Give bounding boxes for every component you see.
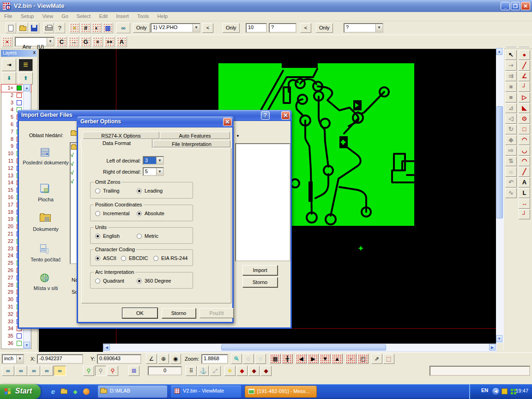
highlight-off-icon[interactable]: ⚲: [95, 366, 106, 376]
pan-right-icon[interactable]: ▶: [308, 354, 319, 364]
eia-radio[interactable]: [153, 256, 158, 261]
tab-data-format[interactable]: Data Format: [81, 139, 152, 148]
layer-combo[interactable]: 1) V2.PHO▼: [151, 23, 200, 33]
select-type-button[interactable]: G: [80, 36, 91, 47]
flash-mode-icon[interactable]: ❖: [224, 366, 236, 376]
deg360-radio[interactable]: [137, 278, 142, 284]
place-recent-documents[interactable]: ▤◔ Poslední dokumenty: [23, 145, 69, 165]
task-message[interactable]: [191-482-091] - Mess...: [245, 386, 317, 398]
dcode-filter-input[interactable]: ?: [269, 23, 296, 33]
new-icon[interactable]: [6, 23, 16, 33]
edit-tool-button[interactable]: ⇅: [505, 156, 517, 166]
menu-item[interactable]: Tools: [133, 12, 153, 20]
menu-item[interactable]: Setup: [17, 12, 38, 20]
layer-color-swatch[interactable]: [17, 333, 22, 339]
probe-icon[interactable]: ⚲: [107, 366, 118, 376]
draw-tool-button[interactable]: ▷: [519, 92, 530, 103]
layers-scroll-down-icon[interactable]: ▼: [24, 342, 30, 349]
edit-tool-button[interactable]: ◁: [505, 114, 517, 124]
anchor-icon[interactable]: ⚓: [198, 366, 209, 376]
edit-tool-button[interactable]: ⇨: [505, 145, 517, 156]
place-my-computer[interactable]: ⌸▯ Tento počítač: [23, 242, 69, 262]
net-combo[interactable]: ?▼: [344, 23, 383, 33]
menu-item[interactable]: File: [0, 12, 17, 20]
tab-auto-features[interactable]: Auto Features: [160, 132, 230, 139]
leading-radio[interactable]: [137, 188, 142, 193]
draw-tool-button[interactable]: ╱: [519, 167, 530, 177]
ok-button[interactable]: OK: [122, 308, 157, 318]
edit-tool-button[interactable]: ∿: [505, 188, 517, 198]
firefox-quicklaunch-icon[interactable]: [82, 387, 91, 396]
pad-mode-icon[interactable]: ◆: [236, 366, 248, 376]
trailing-radio[interactable]: [95, 188, 100, 193]
table-icon[interactable]: ⊞: [128, 366, 139, 376]
prev-dcode-button[interactable]: <: [300, 23, 311, 33]
ie-quicklaunch-icon[interactable]: e: [49, 387, 57, 396]
menu-item[interactable]: Go: [57, 12, 73, 20]
task-viewmate[interactable]: V2.bin - ViewMate: [171, 386, 241, 398]
select-type-button[interactable]: ↦: [104, 36, 115, 47]
incremental-radio[interactable]: [95, 211, 100, 216]
ebcdic-radio[interactable]: [121, 256, 126, 261]
tray-app-icon[interactable]: [502, 388, 508, 394]
place-documents[interactable]: ▤ Dokumenty: [23, 212, 69, 232]
edit-tool-button[interactable]: ■: [505, 92, 517, 103]
minimize-button[interactable]: _: [501, 2, 510, 10]
draw-tool-button[interactable]: ↔: [519, 199, 530, 209]
pan-up-icon[interactable]: ▲: [332, 354, 343, 364]
edit-tool-button[interactable]: ⊿: [505, 103, 517, 113]
select-type-button[interactable]: →: [68, 36, 79, 47]
ascii-radio[interactable]: [95, 256, 100, 261]
menu-item[interactable]: Insert: [112, 12, 133, 20]
draw-tool-button[interactable]: L: [519, 188, 530, 198]
view-traces-icon[interactable]: ∞: [41, 366, 53, 376]
menu-item[interactable]: Help: [153, 12, 172, 20]
edit-tool-button[interactable]: ↻: [505, 124, 517, 134]
prev-layer-button[interactable]: <: [202, 23, 213, 33]
save-icon[interactable]: [29, 23, 39, 33]
draw-tool-button[interactable]: □: [519, 124, 530, 134]
draw-tool-button[interactable]: ╱: [519, 60, 530, 71]
dcode-view-icon[interactable]: ◐: [91, 23, 102, 33]
tray-clover-icon[interactable]: [511, 389, 513, 391]
tab-file-interpretation[interactable]: File Interpretation: [153, 140, 230, 147]
select-mode-combo[interactable]: Any (U)▼: [15, 37, 54, 47]
view-pads-icon[interactable]: ∞: [28, 366, 40, 376]
draw-tool-button[interactable]: ◡: [519, 145, 530, 156]
vertical-scroll-thumb[interactable]: [496, 106, 503, 218]
select-type-button[interactable]: C: [56, 36, 67, 47]
grid-corner-icon[interactable]: ▦: [270, 354, 281, 364]
print-icon[interactable]: [43, 23, 54, 33]
grid-icon[interactable]: ╋: [282, 354, 293, 364]
app-quicklaunch-icon[interactable]: ◆: [71, 387, 79, 396]
edit-tool-button[interactable]: ⇢: [505, 60, 517, 71]
scroll-right-icon[interactable]: ▶: [489, 344, 496, 351]
zoom-select-icon[interactable]: ◌: [255, 354, 266, 364]
dialog-help-icon[interactable]: ?: [261, 111, 270, 120]
view-lines-icon[interactable]: ∞: [15, 366, 27, 376]
left-of-decimal-combo[interactable]: 3▼: [143, 156, 164, 165]
target-center-icon[interactable]: ⊕: [158, 354, 169, 364]
quadrant-radio[interactable]: [95, 278, 100, 284]
context-help-icon[interactable]: ?: [54, 23, 65, 33]
edit-tool-button[interactable]: ⇉: [505, 71, 517, 81]
layer-color-swatch[interactable]: [17, 100, 22, 105]
gerber-cancel-button[interactable]: Storno: [162, 308, 196, 318]
task-explorer[interactable]: D:\MLAB: [98, 386, 167, 398]
select-type-button[interactable]: A: [116, 36, 127, 47]
layers-close-icon[interactable]: x: [33, 50, 36, 55]
zoom-window-icon[interactable]: ◌: [243, 354, 254, 364]
draw-tool-button[interactable]: ∠: [519, 71, 530, 81]
gerber-close-icon[interactable]: ✕: [223, 118, 232, 126]
tray-collapse-icon[interactable]: ◀: [492, 388, 499, 395]
folder-quicklaunch-icon[interactable]: [60, 387, 68, 396]
selected-files-list[interactable]: [235, 143, 290, 261]
layer-color-swatch[interactable]: [17, 93, 22, 98]
locate-icon[interactable]: ◉: [170, 354, 181, 364]
draw-mode-icon[interactable]: ◆: [248, 366, 260, 376]
vertical-scrollbar[interactable]: ▲ ▼: [496, 48, 504, 351]
scroll-up-icon[interactable]: ▲: [496, 48, 502, 55]
grid-snap-icon[interactable]: ▫: [345, 354, 357, 364]
pan-down-icon[interactable]: ▼: [320, 354, 331, 364]
draw-tool-button[interactable]: ⊙: [519, 114, 530, 124]
